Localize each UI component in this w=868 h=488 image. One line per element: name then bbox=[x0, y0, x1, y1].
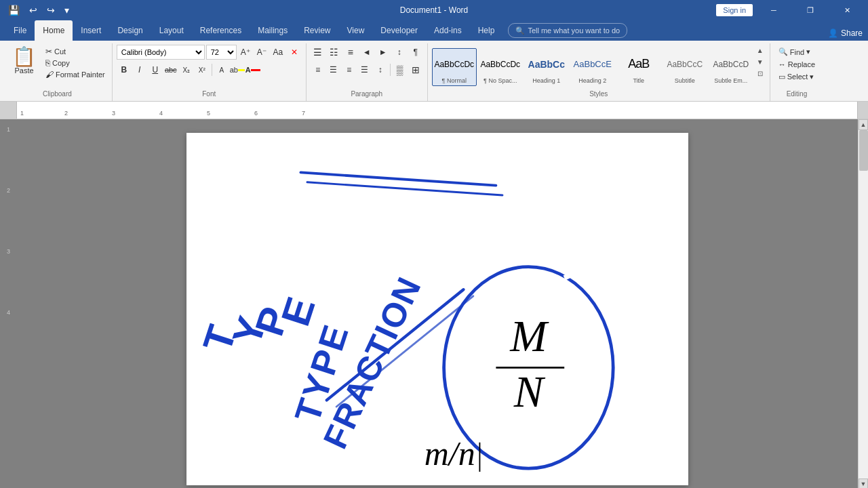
styles-list: AaBbCcDc ¶ Normal AaBbCcDc ¶ No Spac... … bbox=[432, 45, 753, 89]
svg-point-17 bbox=[444, 267, 614, 469]
share-button[interactable]: 👤 Share bbox=[828, 28, 863, 38]
cut-button[interactable]: ✂ Cut bbox=[43, 46, 108, 57]
quick-access-toolbar: 💾 ↩ ↪ ▾ bbox=[5, 3, 72, 17]
paste-label: Paste bbox=[14, 66, 33, 75]
close-button[interactable]: ✕ bbox=[831, 0, 863, 20]
justify-button[interactable]: ☰ bbox=[357, 62, 372, 77]
font-size-select[interactable]: 72 bbox=[206, 45, 237, 60]
style-subtitle[interactable]: AaBbCcC Subtitle bbox=[663, 48, 707, 86]
style-title[interactable]: AaB Title bbox=[616, 48, 661, 86]
font-shrink-button[interactable]: A⁻ bbox=[254, 45, 269, 60]
undo-icon[interactable]: ↩ bbox=[26, 3, 40, 17]
font-name-select[interactable]: Calibri (Body) bbox=[117, 45, 205, 60]
change-case-button[interactable]: Aa bbox=[271, 45, 285, 60]
tab-help[interactable]: Help bbox=[470, 20, 503, 41]
align-right-button[interactable]: ≡ bbox=[342, 62, 357, 77]
align-center-button[interactable]: ☰ bbox=[326, 62, 341, 77]
svg-text:N: N bbox=[513, 367, 546, 416]
copy-button[interactable]: ⎘ Copy bbox=[43, 58, 108, 68]
svg-text:4: 4 bbox=[159, 110, 163, 117]
bold-button[interactable]: B bbox=[117, 62, 132, 77]
find-button[interactable]: 🔍 Find ▾ bbox=[774, 46, 819, 58]
save-icon[interactable]: 💾 bbox=[5, 3, 22, 17]
show-marks-button[interactable]: ¶ bbox=[408, 45, 423, 60]
svg-line-14 bbox=[327, 289, 464, 400]
copy-label: Copy bbox=[52, 59, 70, 67]
scrollbar-vertical[interactable]: ▲ ▼ bbox=[858, 119, 868, 488]
tab-view[interactable]: View bbox=[339, 20, 373, 41]
scroll-track[interactable] bbox=[859, 130, 868, 479]
margin-1: 1 bbox=[7, 126, 10, 133]
underline-button[interactable]: U bbox=[148, 62, 163, 77]
tab-home[interactable]: Home bbox=[35, 20, 73, 41]
tab-layout[interactable]: Layout bbox=[151, 20, 192, 41]
increase-indent-button[interactable]: ► bbox=[376, 45, 391, 60]
tab-references[interactable]: References bbox=[192, 20, 250, 41]
style-heading1[interactable]: AaBbCc Heading 1 bbox=[524, 48, 569, 86]
multilevel-button[interactable]: ≡ bbox=[343, 45, 358, 60]
superscript-button[interactable]: X² bbox=[195, 62, 210, 77]
tab-review[interactable]: Review bbox=[296, 20, 338, 41]
styles-expand[interactable]: ⊡ bbox=[755, 68, 766, 79]
align-left-button[interactable]: ≡ bbox=[311, 62, 326, 77]
style-title-preview: AaB bbox=[628, 52, 649, 77]
style-no-space[interactable]: AaBbCcDc ¶ No Spac... bbox=[478, 48, 523, 86]
document-area[interactable]: T Y P E TYPE FRACTION bbox=[17, 119, 858, 488]
text-effects-button[interactable]: A bbox=[214, 62, 229, 77]
borders-button[interactable]: ⊞ bbox=[408, 62, 423, 77]
tab-insert[interactable]: Insert bbox=[73, 20, 109, 41]
style-normal-label: ¶ Normal bbox=[442, 77, 467, 84]
styles-scroll: ▲ ▼ ⊡ bbox=[755, 45, 766, 89]
style-subtle-em[interactable]: AaBbCcD Subtle Em... bbox=[709, 48, 753, 86]
decrease-indent-button[interactable]: ◄ bbox=[359, 45, 374, 60]
editing-buttons: 🔍 Find ▾ ↔ Replace ▭ Select ▾ bbox=[774, 45, 819, 83]
tab-developer[interactable]: Developer bbox=[372, 20, 426, 41]
customize-dropdown[interactable]: ▾ bbox=[62, 3, 72, 17]
scroll-thumb[interactable] bbox=[859, 130, 868, 171]
select-button[interactable]: ▭ Select ▾ bbox=[774, 71, 819, 83]
editing-group-label: Editing bbox=[774, 89, 819, 100]
find-dropdown[interactable]: ▾ bbox=[806, 47, 810, 56]
paste-button[interactable]: 📋 Paste bbox=[7, 45, 41, 77]
redo-icon[interactable]: ↪ bbox=[44, 3, 58, 17]
restore-button[interactable]: ❐ bbox=[795, 0, 826, 20]
tab-mailings[interactable]: Mailings bbox=[250, 20, 296, 41]
styles-scroll-up[interactable]: ▲ bbox=[755, 45, 766, 56]
clipboard-actions: ✂ Cut ⎘ Copy 🖌 Format Painter bbox=[43, 45, 108, 80]
subscript-button[interactable]: X₂ bbox=[179, 62, 194, 77]
format-painter-button[interactable]: 🖌 Format Painter bbox=[43, 69, 108, 80]
style-heading2[interactable]: AaBbCcE Heading 2 bbox=[570, 48, 615, 86]
sort-button[interactable]: ↕ bbox=[392, 45, 407, 60]
clear-format-button[interactable]: ✕ bbox=[287, 45, 302, 60]
line-spacing-button[interactable]: ↕ bbox=[373, 62, 388, 77]
font-group-label: Font bbox=[117, 89, 302, 100]
numbering-button[interactable]: ☷ bbox=[327, 45, 342, 60]
scroll-down-button[interactable]: ▼ bbox=[859, 479, 868, 488]
document-content: T Y P E TYPE FRACTION bbox=[200, 146, 675, 472]
tab-addins[interactable]: Add-ins bbox=[426, 20, 470, 41]
find-icon: 🔍 bbox=[778, 47, 788, 56]
font-color-button[interactable]: A bbox=[245, 62, 260, 77]
replace-button[interactable]: ↔ Replace bbox=[774, 59, 819, 70]
title-bar: 💾 ↩ ↪ ▾ Document1 - Word Sign in ─ ❐ ✕ bbox=[0, 0, 868, 20]
strikethrough-button[interactable]: abc bbox=[163, 62, 178, 77]
svg-line-15 bbox=[336, 296, 473, 407]
signin-button[interactable]: Sign in bbox=[716, 4, 753, 16]
font-grow-button[interactable]: A⁺ bbox=[238, 45, 253, 60]
editing-group: 🔍 Find ▾ ↔ Replace ▭ Select ▾ Editing bbox=[770, 43, 823, 101]
tab-file[interactable]: File bbox=[5, 20, 35, 41]
document-page[interactable]: T Y P E TYPE FRACTION bbox=[186, 133, 688, 485]
minimize-button[interactable]: ─ bbox=[758, 0, 789, 20]
styles-scroll-down[interactable]: ▼ bbox=[755, 56, 766, 67]
bullets-button[interactable]: ☰ bbox=[311, 45, 326, 60]
tell-me-input[interactable]: 🔍 Tell me what you want to do bbox=[508, 23, 627, 38]
highlight-color-button[interactable]: ab bbox=[230, 62, 245, 77]
format-painter-label: Format Painter bbox=[56, 70, 105, 79]
shading-button[interactable]: ▒ bbox=[393, 62, 408, 77]
style-normal[interactable]: AaBbCcDc ¶ Normal bbox=[432, 48, 477, 86]
italic-button[interactable]: I bbox=[132, 62, 147, 77]
styles-group-label: Styles bbox=[432, 89, 766, 100]
scroll-up-button[interactable]: ▲ bbox=[859, 119, 868, 130]
format-painter-icon: 🖌 bbox=[45, 70, 54, 79]
tab-design[interactable]: Design bbox=[109, 20, 151, 41]
